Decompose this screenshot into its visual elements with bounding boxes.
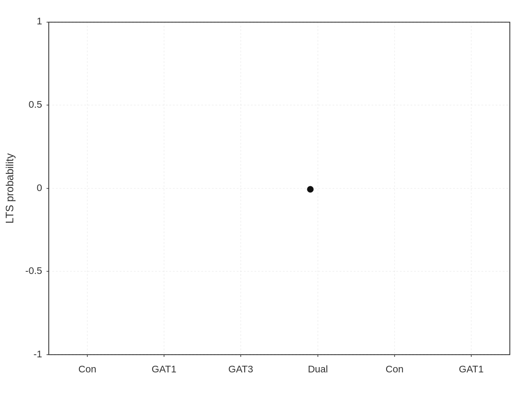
x-label-gat1-1: GAT1 — [152, 364, 176, 375]
x-label-con1: Con — [78, 364, 96, 375]
y-tick-label-0: 0 — [37, 182, 42, 193]
y-tick-label--0.5: -0.5 — [25, 265, 42, 276]
y-axis-label: LTS probability — [4, 153, 16, 223]
y-tick-label-0.5: 0.5 — [28, 99, 42, 110]
x-label-dual: Dual — [308, 364, 328, 375]
y-tick-label--1: -1 — [33, 348, 42, 360]
x-label-gat3: GAT3 — [228, 364, 253, 375]
data-point-dual-0 — [307, 186, 313, 192]
x-label-gat1-2: GAT1 — [459, 364, 484, 375]
chart-container: 1 0.5 0 -0.5 -1 Con GAT1 GAT3 — [0, 0, 532, 399]
x-label-con2: Con — [386, 364, 403, 375]
scatter-plot: 1 0.5 0 -0.5 -1 Con GAT1 GAT3 — [0, 0, 532, 399]
y-tick-label-1: 1 — [37, 16, 42, 27]
